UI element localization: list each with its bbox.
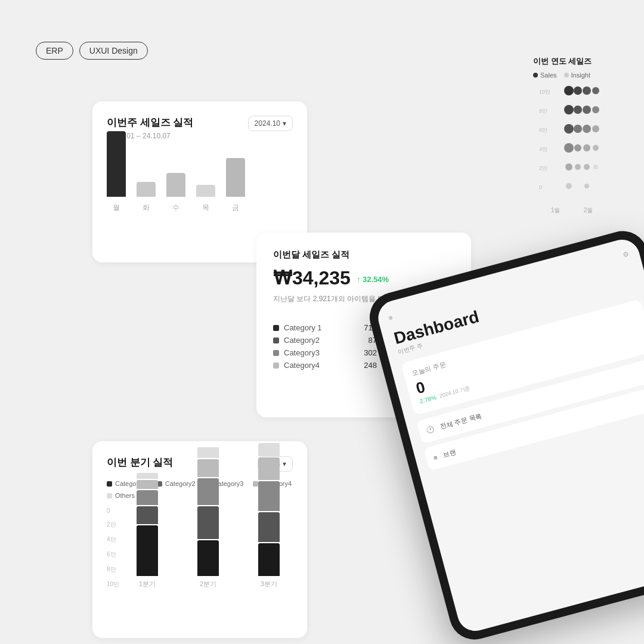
svg-text:2만: 2만	[539, 165, 547, 171]
year-bubble-dot	[583, 86, 591, 95]
year-bubble-dot	[564, 124, 574, 134]
weekly-bar-group: 수	[166, 173, 185, 213]
year-bubble-dot	[583, 144, 590, 151]
year-bubble-dot	[584, 164, 590, 170]
category-value: 248	[364, 361, 377, 370]
quarterly-bar	[137, 506, 158, 524]
quarterly-stacked-chart: 1분기2분기3분기	[107, 507, 293, 603]
weekly-bar-label: 수	[172, 203, 179, 213]
year-legend-item: Sales	[533, 72, 557, 79]
quarterly-bar-group: 2분기	[184, 447, 232, 589]
year-chart-legend: SalesInsight	[533, 72, 636, 79]
weekly-bar	[196, 185, 215, 197]
quarterly-bar	[197, 447, 219, 458]
year-x-labels: 1월2월	[539, 206, 605, 215]
year-bubble-dot	[566, 183, 572, 189]
weekly-date-selector[interactable]: 2024.10 ▾	[248, 116, 293, 131]
weekly-bar	[166, 173, 185, 197]
year-bubble-dot	[565, 163, 572, 171]
quarterly-bar	[197, 459, 219, 477]
category-name: Category 1	[284, 323, 322, 332]
weekly-bar-group: 금	[226, 158, 245, 213]
year-chart-title: 이번 연도 세일즈	[533, 56, 636, 67]
weekly-bar-chart: 월화수목금	[107, 150, 293, 227]
monthly-card-title: 이번달 세일즈 실적	[273, 249, 454, 261]
category-value: 302	[364, 348, 377, 357]
weekly-bar	[226, 158, 245, 197]
svg-text:6만: 6만	[539, 127, 547, 133]
year-x-label: 2월	[584, 206, 593, 215]
tags-container: ERP UXUI Design	[36, 42, 148, 60]
quarterly-bar	[137, 490, 158, 505]
category-item: Category287	[273, 336, 377, 345]
year-legend-dot	[533, 73, 538, 78]
quarterly-bar	[258, 457, 280, 480]
quarterly-bar-label: 2분기	[200, 580, 216, 589]
year-legend-label: Sales	[540, 72, 557, 79]
quarterly-card-title: 이번 분기 실적	[107, 456, 173, 469]
category-item: Category3302	[273, 348, 377, 357]
quarterly-bar	[197, 506, 219, 539]
weekly-bar-label: 월	[113, 203, 120, 213]
weekly-bar-label: 금	[232, 203, 239, 213]
category-name: Category4	[284, 361, 320, 370]
weekly-bar-group: 화	[137, 182, 156, 213]
quarterly-bar	[258, 443, 280, 456]
weekly-bar	[107, 131, 126, 197]
mobile-order-list-label: 전체 주문 목록	[439, 411, 483, 431]
year-bubble-dot	[574, 106, 582, 114]
quarterly-bar	[197, 478, 219, 505]
quarterly-bar-group: 1분기	[123, 473, 171, 589]
list-icon: ≡	[433, 453, 438, 461]
svg-text:8만: 8만	[539, 108, 547, 114]
weekly-bar-group: 목	[196, 185, 215, 213]
year-bubble-dot	[574, 86, 582, 95]
category-item: Category4248	[273, 361, 377, 370]
year-legend-label: Insight	[571, 72, 590, 79]
tag-uxui[interactable]: UXUI Design	[79, 42, 148, 60]
quarterly-bar	[258, 512, 280, 542]
monthly-amount: ₩34,235	[273, 267, 351, 289]
clock-icon: 🕐	[425, 425, 435, 434]
mobile-mockup: ≡ ⊙ Dashboard 이번주 주 오늘의 주문 0 2.78% 2024.…	[364, 225, 644, 644]
year-bubble-svg: 10만8만6만4만2만0	[539, 85, 605, 204]
category-name: Category3	[284, 348, 320, 357]
quarterly-legend-dot	[107, 481, 112, 487]
year-legend-dot	[564, 73, 569, 78]
year-bubble-dot	[574, 125, 582, 133]
category-name: Category2	[284, 336, 320, 345]
category-dot	[273, 325, 279, 331]
quarterly-bar-label: 1분기	[139, 580, 156, 589]
quarterly-bar-group: 3분기	[245, 443, 293, 589]
weekly-bar	[137, 182, 156, 197]
year-bubble-dot	[575, 164, 581, 170]
weekly-card-date: 24.10.01 – 24.10.07	[107, 132, 293, 140]
mobile-brand-label: 브랜	[442, 447, 457, 459]
weekly-bar-group: 월	[107, 131, 126, 213]
category-dot	[273, 338, 279, 343]
svg-text:0: 0	[539, 184, 542, 190]
year-x-label: 1월	[551, 206, 561, 215]
year-bubble-dot	[592, 125, 599, 132]
quarterly-bar	[137, 525, 158, 576]
quarterly-bar	[258, 481, 280, 511]
quarterly-bar	[197, 540, 219, 576]
mobile-screen: ≡ ⊙ Dashboard 이번주 주 오늘의 주문 0 2.78% 2024.…	[374, 236, 644, 634]
svg-text:4만: 4만	[539, 146, 547, 152]
quarterly-bar	[137, 480, 158, 489]
category-list: Category 1715Category287Category3302Cate…	[273, 323, 377, 394]
year-bubble-dot	[593, 165, 598, 169]
year-bubble-dot	[592, 87, 599, 94]
tag-erp[interactable]: ERP	[36, 42, 73, 60]
year-bubble-dot	[593, 145, 599, 151]
monthly-growth: ↑ 32.54%	[357, 275, 389, 284]
quarterly-sales-card: 이번 분기 실적 2024 ▾ Category 1Category2Categ…	[92, 441, 307, 638]
year-sales-card: 이번 연도 세일즈 SalesInsight 10만8만6만4만2만0 1월2월	[525, 48, 644, 223]
mobile-menu-icon: ≡	[388, 314, 393, 321]
year-legend-item: Insight	[564, 72, 590, 79]
weekly-bar-label: 화	[143, 203, 150, 213]
quarterly-bar	[137, 473, 158, 479]
category-dot	[273, 350, 279, 356]
svg-text:10만: 10만	[539, 89, 550, 95]
quarterly-bar	[258, 543, 280, 576]
